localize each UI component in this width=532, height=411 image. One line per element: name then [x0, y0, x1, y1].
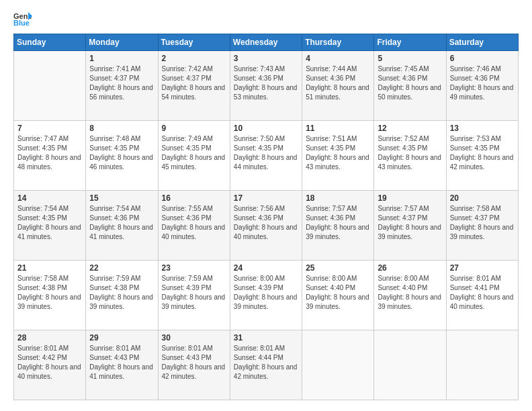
calendar-cell: 1Sunrise: 7:41 AMSunset: 4:37 PMDaylight… — [86, 51, 158, 121]
day-number: 12 — [378, 124, 442, 133]
day-number: 25 — [306, 263, 370, 273]
day-info: Sunrise: 7:56 AMSunset: 4:36 PMDaylight:… — [234, 204, 298, 242]
day-info: Sunrise: 8:01 AMSunset: 4:44 PMDaylight:… — [234, 344, 298, 381]
calendar-cell: 8Sunrise: 7:48 AMSunset: 4:35 PMDaylight… — [86, 121, 158, 191]
day-number: 19 — [378, 193, 442, 203]
calendar-cell: 29Sunrise: 8:01 AMSunset: 4:43 PMDayligh… — [86, 330, 158, 400]
calendar-cell: 3Sunrise: 7:43 AMSunset: 4:36 PMDaylight… — [230, 51, 302, 121]
calendar-cell: 23Sunrise: 7:59 AMSunset: 4:39 PMDayligh… — [158, 261, 230, 330]
day-number: 14 — [17, 193, 82, 203]
day-number: 22 — [89, 263, 154, 273]
calendar-cell: 4Sunrise: 7:44 AMSunset: 4:36 PMDaylight… — [302, 51, 374, 121]
day-number: 23 — [162, 263, 226, 273]
calendar-week-row: 21Sunrise: 7:58 AMSunset: 4:38 PMDayligh… — [14, 261, 519, 330]
day-info: Sunrise: 7:59 AMSunset: 4:39 PMDaylight:… — [162, 274, 226, 312]
calendar-cell: 16Sunrise: 7:55 AMSunset: 4:36 PMDayligh… — [158, 191, 230, 261]
calendar-week-row: 28Sunrise: 8:01 AMSunset: 4:42 PMDayligh… — [14, 330, 519, 400]
day-info: Sunrise: 8:01 AMSunset: 4:43 PMDaylight:… — [89, 344, 154, 381]
day-number: 1 — [89, 54, 154, 63]
calendar-cell — [374, 330, 446, 400]
day-number: 16 — [162, 193, 226, 203]
calendar-cell: 11Sunrise: 7:51 AMSunset: 4:35 PMDayligh… — [302, 121, 374, 191]
calendar-week-row: 7Sunrise: 7:47 AMSunset: 4:35 PMDaylight… — [14, 121, 519, 191]
calendar-cell: 6Sunrise: 7:46 AMSunset: 4:36 PMDaylight… — [446, 51, 518, 121]
calendar-cell: 14Sunrise: 7:54 AMSunset: 4:35 PMDayligh… — [14, 191, 86, 261]
calendar-cell — [446, 330, 518, 400]
day-info: Sunrise: 7:54 AMSunset: 4:35 PMDaylight:… — [17, 204, 82, 242]
calendar-cell: 17Sunrise: 7:56 AMSunset: 4:36 PMDayligh… — [230, 191, 302, 261]
day-number: 30 — [162, 333, 226, 342]
day-info: Sunrise: 7:46 AMSunset: 4:36 PMDaylight:… — [450, 64, 515, 102]
weekday-header-friday: Friday — [374, 34, 446, 51]
weekday-header-thursday: Thursday — [302, 34, 374, 51]
calendar-cell: 13Sunrise: 7:53 AMSunset: 4:35 PMDayligh… — [446, 121, 518, 191]
day-info: Sunrise: 8:01 AMSunset: 4:41 PMDaylight:… — [450, 274, 515, 312]
day-info: Sunrise: 7:57 AMSunset: 4:36 PMDaylight:… — [306, 204, 370, 242]
svg-text:Blue: Blue — [13, 19, 30, 27]
weekday-header-wednesday: Wednesday — [230, 34, 302, 51]
calendar-cell: 27Sunrise: 8:01 AMSunset: 4:41 PMDayligh… — [446, 261, 518, 330]
calendar-cell: 7Sunrise: 7:47 AMSunset: 4:35 PMDaylight… — [14, 121, 86, 191]
calendar-cell: 24Sunrise: 8:00 AMSunset: 4:39 PMDayligh… — [230, 261, 302, 330]
day-number: 17 — [234, 193, 298, 203]
day-info: Sunrise: 7:58 AMSunset: 4:37 PMDaylight:… — [450, 204, 515, 242]
day-number: 27 — [450, 263, 515, 273]
calendar-cell: 9Sunrise: 7:49 AMSunset: 4:35 PMDaylight… — [158, 121, 230, 191]
page: General Blue SundayMondayTuesdayWednesda… — [0, 0, 532, 411]
calendar-cell: 12Sunrise: 7:52 AMSunset: 4:35 PMDayligh… — [374, 121, 446, 191]
day-info: Sunrise: 7:50 AMSunset: 4:35 PMDaylight:… — [234, 134, 298, 172]
day-number: 3 — [234, 54, 298, 63]
weekday-header-sunday: Sunday — [14, 34, 86, 51]
calendar-cell: 18Sunrise: 7:57 AMSunset: 4:36 PMDayligh… — [302, 191, 374, 261]
day-info: Sunrise: 7:44 AMSunset: 4:36 PMDaylight:… — [306, 64, 370, 102]
day-number: 8 — [89, 124, 154, 133]
day-info: Sunrise: 8:01 AMSunset: 4:42 PMDaylight:… — [17, 344, 82, 381]
day-number: 4 — [306, 54, 370, 63]
day-info: Sunrise: 7:41 AMSunset: 4:37 PMDaylight:… — [89, 64, 154, 102]
day-info: Sunrise: 8:01 AMSunset: 4:43 PMDaylight:… — [162, 344, 226, 381]
day-info: Sunrise: 7:59 AMSunset: 4:38 PMDaylight:… — [89, 274, 154, 312]
logo: General Blue — [13, 11, 36, 27]
calendar-cell: 19Sunrise: 7:57 AMSunset: 4:37 PMDayligh… — [374, 191, 446, 261]
day-info: Sunrise: 7:47 AMSunset: 4:35 PMDaylight:… — [17, 134, 82, 172]
day-number: 26 — [378, 263, 442, 273]
calendar-cell: 31Sunrise: 8:01 AMSunset: 4:44 PMDayligh… — [230, 330, 302, 400]
calendar-cell: 28Sunrise: 8:01 AMSunset: 4:42 PMDayligh… — [14, 330, 86, 400]
calendar-cell — [302, 330, 374, 400]
weekday-header-tuesday: Tuesday — [158, 34, 230, 51]
calendar-cell: 22Sunrise: 7:59 AMSunset: 4:38 PMDayligh… — [86, 261, 158, 330]
day-info: Sunrise: 7:52 AMSunset: 4:35 PMDaylight:… — [378, 134, 442, 172]
day-number: 24 — [234, 263, 298, 273]
day-info: Sunrise: 8:00 AMSunset: 4:40 PMDaylight:… — [306, 274, 370, 312]
calendar-table: SundayMondayTuesdayWednesdayThursdayFrid… — [13, 34, 519, 400]
calendar-cell: 25Sunrise: 8:00 AMSunset: 4:40 PMDayligh… — [302, 261, 374, 330]
day-info: Sunrise: 7:48 AMSunset: 4:35 PMDaylight:… — [89, 134, 154, 172]
day-info: Sunrise: 7:45 AMSunset: 4:36 PMDaylight:… — [378, 64, 442, 102]
day-number: 2 — [162, 54, 226, 63]
calendar-cell: 21Sunrise: 7:58 AMSunset: 4:38 PMDayligh… — [14, 261, 86, 330]
day-number: 6 — [450, 54, 515, 63]
day-info: Sunrise: 7:51 AMSunset: 4:35 PMDaylight:… — [306, 134, 370, 172]
day-info: Sunrise: 7:57 AMSunset: 4:37 PMDaylight:… — [378, 204, 442, 242]
day-number: 15 — [89, 193, 154, 203]
day-number: 5 — [378, 54, 442, 63]
calendar-cell: 15Sunrise: 7:54 AMSunset: 4:36 PMDayligh… — [86, 191, 158, 261]
calendar-cell: 2Sunrise: 7:42 AMSunset: 4:37 PMDaylight… — [158, 51, 230, 121]
day-info: Sunrise: 8:00 AMSunset: 4:40 PMDaylight:… — [378, 274, 442, 312]
day-info: Sunrise: 7:43 AMSunset: 4:36 PMDaylight:… — [234, 64, 298, 102]
day-info: Sunrise: 7:55 AMSunset: 4:36 PMDaylight:… — [162, 204, 226, 242]
header: General Blue — [13, 11, 519, 27]
day-info: Sunrise: 7:49 AMSunset: 4:35 PMDaylight:… — [162, 134, 226, 172]
day-info: Sunrise: 7:54 AMSunset: 4:36 PMDaylight:… — [89, 204, 154, 242]
weekday-header-monday: Monday — [86, 34, 158, 51]
day-number: 29 — [89, 333, 154, 342]
calendar-cell: 5Sunrise: 7:45 AMSunset: 4:36 PMDaylight… — [374, 51, 446, 121]
day-number: 10 — [234, 124, 298, 133]
day-info: Sunrise: 7:53 AMSunset: 4:35 PMDaylight:… — [450, 134, 515, 172]
day-number: 11 — [306, 124, 370, 133]
day-number: 31 — [234, 333, 298, 342]
logo-icon: General Blue — [13, 11, 32, 27]
day-number: 13 — [450, 124, 515, 133]
calendar-week-row: 14Sunrise: 7:54 AMSunset: 4:35 PMDayligh… — [14, 191, 519, 261]
day-number: 18 — [306, 193, 370, 203]
